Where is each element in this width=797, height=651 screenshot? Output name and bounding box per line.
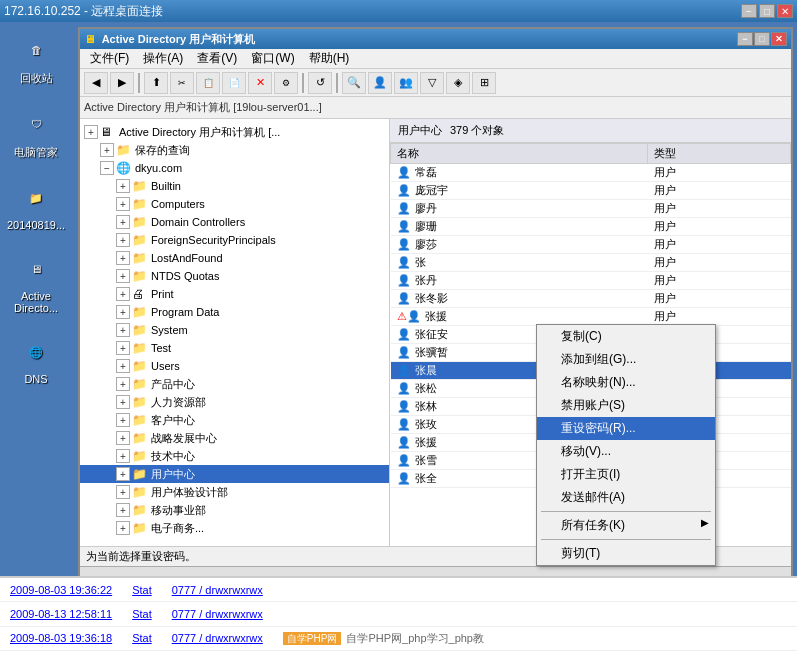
table-row[interactable]: 👤常磊用户 — [391, 164, 791, 182]
tb-cut[interactable]: ✂ — [170, 72, 194, 94]
up-button[interactable]: ⬆ — [144, 72, 168, 94]
table-row[interactable]: 👤张用户 — [391, 254, 791, 272]
win-close[interactable]: ✕ — [771, 32, 787, 46]
stat-link-3[interactable]: Stat — [132, 632, 152, 644]
menu-help[interactable]: 帮助(H) — [303, 48, 356, 69]
tb-search[interactable]: 🔍 — [342, 72, 366, 94]
product-expand[interactable]: + — [116, 377, 130, 391]
tree-computers[interactable]: + 📁 Computers — [80, 195, 389, 213]
menu-file[interactable]: 文件(F) — [84, 48, 135, 69]
forward-button[interactable]: ▶ — [110, 72, 134, 94]
ctx-reset-pwd[interactable]: 重设密码(R)... — [537, 417, 715, 440]
dkyu-expand[interactable]: − — [100, 161, 114, 175]
tech-expand[interactable]: + — [116, 449, 130, 463]
table-row[interactable]: 👤庞冠宇用户 — [391, 182, 791, 200]
tb-user[interactable]: 👤 — [368, 72, 392, 94]
win-minimize[interactable]: − — [737, 32, 753, 46]
perm-link-3[interactable]: 0777 / drwxrwxrwx — [172, 632, 263, 644]
date-link-3[interactable]: 2009-08-03 19:36:18 — [10, 632, 112, 644]
table-row[interactable]: 👤张冬影用户 — [391, 290, 791, 308]
tree-user-center[interactable]: + 📁 用户中心 — [80, 465, 389, 483]
tree-kh[interactable]: + 📁 客户中心 — [80, 411, 389, 429]
ntds-expand[interactable]: + — [116, 269, 130, 283]
stat-link-2[interactable]: Stat — [132, 608, 152, 620]
col-name[interactable]: 名称 — [391, 144, 648, 164]
tb-group[interactable]: 👥 — [394, 72, 418, 94]
lf-expand[interactable]: + — [116, 251, 130, 265]
tb-extra2[interactable]: ⊞ — [472, 72, 496, 94]
tree-ux[interactable]: + 📁 用户体验设计部 — [80, 483, 389, 501]
ctx-disable[interactable]: 禁用账户(S) — [537, 394, 715, 417]
tree-product[interactable]: + 📁 产品中心 — [80, 375, 389, 393]
ec-expand[interactable]: + — [116, 521, 130, 535]
tree-ecommerce[interactable]: + 📁 电子商务... — [80, 519, 389, 537]
mobile-expand[interactable]: + — [116, 503, 130, 517]
ctx-homepage[interactable]: 打开主页(I) — [537, 463, 715, 486]
hr-expand[interactable]: + — [116, 395, 130, 409]
icon-recycle-bin[interactable]: 🗑 回收站 — [4, 32, 69, 86]
print-expand[interactable]: + — [116, 287, 130, 301]
tb-extra[interactable]: ◈ — [446, 72, 470, 94]
ux-expand[interactable]: + — [116, 485, 130, 499]
tb-filter[interactable]: ▽ — [420, 72, 444, 94]
builtin-expand[interactable]: + — [116, 179, 130, 193]
ctx-move[interactable]: 移动(V)... — [537, 440, 715, 463]
test-expand[interactable]: + — [116, 341, 130, 355]
tree-programdata[interactable]: + 📁 Program Data — [80, 303, 389, 321]
saved-expand[interactable]: + — [100, 143, 114, 157]
tree-dc[interactable]: + 📁 Domain Controllers — [80, 213, 389, 231]
ctx-cut[interactable]: 剪切(T) — [537, 542, 715, 565]
win-maximize[interactable]: □ — [754, 32, 770, 46]
tb-properties[interactable]: ⚙ — [274, 72, 298, 94]
ctx-name-map[interactable]: 名称映射(N)... — [537, 371, 715, 394]
icon-dns[interactable]: 🌐 DNS — [4, 334, 69, 385]
tree-test[interactable]: + 📁 Test — [80, 339, 389, 357]
table-row[interactable]: 👤廖莎用户 — [391, 236, 791, 254]
tree-panel[interactable]: + 🖥 Active Directory 用户和计算机 [... + 📁 保存的… — [80, 119, 390, 546]
maximize-button[interactable]: □ — [759, 4, 775, 18]
table-row[interactable]: 👤廖丹用户 — [391, 200, 791, 218]
users-expand[interactable]: + — [116, 359, 130, 373]
tree-mobile[interactable]: + 📁 移动事业部 — [80, 501, 389, 519]
computers-expand[interactable]: + — [116, 197, 130, 211]
tree-strategy[interactable]: + 📁 战略发展中心 — [80, 429, 389, 447]
tree-root[interactable]: + 🖥 Active Directory 用户和计算机 [... — [80, 123, 389, 141]
menu-view[interactable]: 查看(V) — [191, 48, 243, 69]
col-type[interactable]: 类型 — [648, 144, 791, 164]
tree-hr[interactable]: + 📁 人力资源部 — [80, 393, 389, 411]
tree-ntds[interactable]: + 📁 NTDS Quotas — [80, 267, 389, 285]
tree-tech[interactable]: + 📁 技术中心 — [80, 447, 389, 465]
minimize-button[interactable]: − — [741, 4, 757, 18]
close-button[interactable]: ✕ — [777, 4, 793, 18]
tb-copy[interactable]: 📋 — [196, 72, 220, 94]
sys-expand[interactable]: + — [116, 323, 130, 337]
ctx-add-group[interactable]: 添加到组(G)... — [537, 348, 715, 371]
menu-action[interactable]: 操作(A) — [137, 48, 189, 69]
tree-fsp[interactable]: + 📁 ForeignSecurityPrincipals — [80, 231, 389, 249]
kh-expand[interactable]: + — [116, 413, 130, 427]
icon-file[interactable]: 📁 20140819... — [4, 180, 69, 231]
tree-dkyu[interactable]: − 🌐 dkyu.com — [80, 159, 389, 177]
tree-builtin[interactable]: + 📁 Builtin — [80, 177, 389, 195]
tb-delete[interactable]: ✕ — [248, 72, 272, 94]
back-button[interactable]: ◀ — [84, 72, 108, 94]
tree-print[interactable]: + 🖨 Print — [80, 285, 389, 303]
fsp-expand[interactable]: + — [116, 233, 130, 247]
ctx-copy[interactable]: 复制(C) — [537, 325, 715, 348]
strategy-expand[interactable]: + — [116, 431, 130, 445]
icon-active-directory[interactable]: 🖥 ActiveDirecto... — [4, 251, 69, 314]
date-link-2[interactable]: 2009-08-13 12:58:11 — [10, 608, 112, 620]
table-row[interactable]: 👤廖珊用户 — [391, 218, 791, 236]
tb-refresh[interactable]: ↺ — [308, 72, 332, 94]
tb-paste[interactable]: 📄 — [222, 72, 246, 94]
table-row[interactable]: ⚠👤张援用户 — [391, 308, 791, 326]
stat-link-1[interactable]: Stat — [132, 584, 152, 596]
ctx-email[interactable]: 发送邮件(A) — [537, 486, 715, 509]
perm-link-2[interactable]: 0777 / drwxrwxrwx — [172, 608, 263, 620]
perm-link-1[interactable]: 0777 / drwxrwxrwx — [172, 584, 263, 596]
ctx-all-tasks[interactable]: 所有任务(K) — [537, 514, 715, 537]
tree-saved-queries[interactable]: + 📁 保存的查询 — [80, 141, 389, 159]
tree-users[interactable]: + 📁 Users — [80, 357, 389, 375]
root-expand[interactable]: + — [84, 125, 98, 139]
pd-expand[interactable]: + — [116, 305, 130, 319]
